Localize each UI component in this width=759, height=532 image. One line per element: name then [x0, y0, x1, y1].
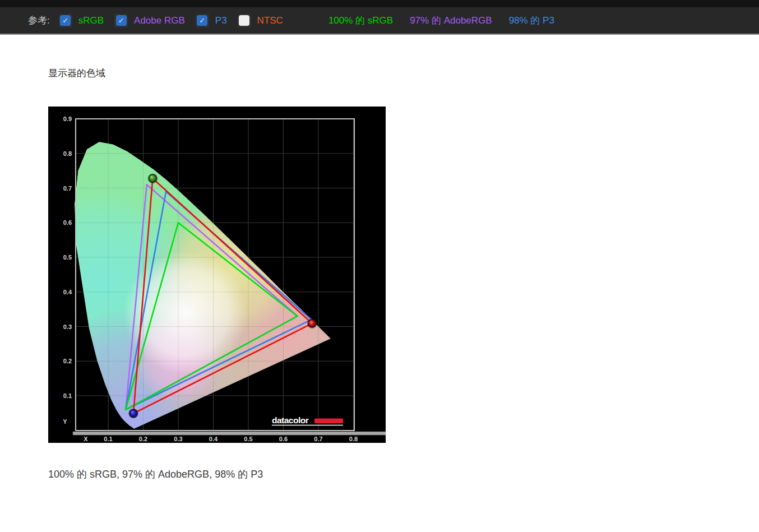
stat-srgb: 100% 的 sRGB — [328, 14, 393, 27]
gamut-chart-image: 0.10.20.30.40.50.60.70.80.9YX0.10.20.30.… — [48, 107, 386, 443]
reference-label: 参考: — [28, 14, 50, 27]
spectral-locus — [48, 119, 386, 443]
svg-text:0.8: 0.8 — [349, 436, 358, 442]
svg-text:0.6: 0.6 — [279, 436, 288, 442]
page-title: 显示器的色域 — [48, 67, 105, 80]
checkbox-adobergb[interactable]: ✓ — [116, 15, 127, 26]
svg-text:0.5: 0.5 — [244, 436, 252, 442]
coverage-result-text: 100% 的 sRGB, 97% 的 AdobeRGB, 98% 的 P3 — [48, 468, 263, 481]
toolbar-top-strip — [0, 0, 759, 7]
svg-text:0.2: 0.2 — [139, 436, 147, 442]
svg-text:0.3: 0.3 — [174, 436, 182, 442]
svg-text:0.7: 0.7 — [314, 436, 322, 442]
checkbox-panel-p3: ✓ — [196, 14, 209, 27]
checkbox-srgb[interactable]: ✓ — [60, 15, 71, 26]
svg-text:0.3: 0.3 — [63, 323, 72, 330]
svg-text:0.5: 0.5 — [63, 254, 72, 261]
svg-text:0.1: 0.1 — [104, 436, 112, 442]
svg-text:0.8: 0.8 — [63, 150, 72, 157]
svg-text:0.1: 0.1 — [63, 392, 72, 399]
display-primary-marker-red — [308, 319, 316, 327]
checkbox-label-srgb: sRGB — [78, 15, 104, 26]
checkbox-p3[interactable]: ✓ — [197, 15, 207, 26]
x-axis-bar — [73, 432, 386, 435]
datacolor-logo: datacolor — [272, 415, 343, 425]
reference-option-ntsc: NTSC — [238, 14, 283, 27]
checkbox-ntsc[interactable] — [239, 15, 249, 26]
svg-text:datacolor: datacolor — [272, 415, 309, 425]
reference-checkbox-group: ✓sRGB✓Adobe RGB✓P3NTSC — [59, 14, 294, 27]
checkbox-label-ntsc: NTSC — [257, 15, 283, 26]
checkbox-label-adobergb: Adobe RGB — [134, 15, 185, 26]
reference-option-srgb: ✓sRGB — [59, 14, 104, 27]
stat-p3: 98% 的 P3 — [509, 14, 554, 27]
x-axis-label: X — [84, 436, 88, 442]
display-primary-marker-green — [149, 174, 157, 183]
chromaticity-diagram-svg: 0.10.20.30.40.50.60.70.80.9YX0.10.20.30.… — [48, 107, 386, 443]
reference-option-adobergb: ✓Adobe RGB — [114, 14, 185, 27]
svg-text:0.4: 0.4 — [63, 289, 72, 295]
svg-text:0.4: 0.4 — [209, 436, 218, 442]
checkbox-panel-adobergb: ✓ — [114, 14, 128, 27]
svg-text:0.6: 0.6 — [63, 219, 72, 226]
coverage-stats-group: 100% 的 sRGB97% 的 AdobeRGB98% 的 P3 — [328, 14, 554, 27]
reference-option-p3: ✓P3 — [196, 14, 227, 27]
reference-toolbar: 参考: ✓sRGB✓Adobe RGB✓P3NTSC 100% 的 sRGB97… — [0, 0, 759, 35]
svg-text:0.9: 0.9 — [63, 115, 72, 122]
checkbox-panel-ntsc — [238, 14, 251, 27]
y-axis-label: Y — [63, 418, 67, 425]
checkbox-label-p3: P3 — [215, 15, 227, 26]
checkbox-panel-srgb: ✓ — [59, 14, 72, 27]
stat-adobergb: 97% 的 AdobeRGB — [410, 14, 492, 27]
svg-text:0.7: 0.7 — [63, 185, 72, 192]
svg-text:0.2: 0.2 — [63, 358, 72, 364]
display-primary-marker-blue — [129, 409, 138, 418]
